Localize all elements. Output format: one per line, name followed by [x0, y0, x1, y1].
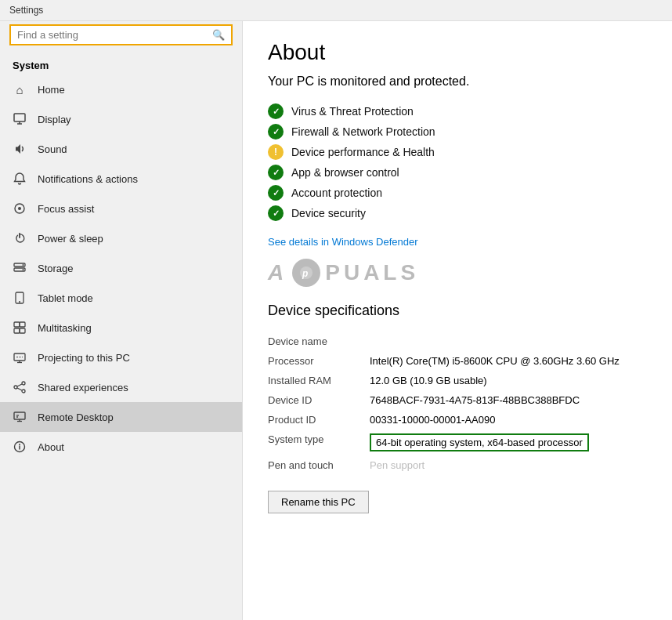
list-item: Account protection [268, 183, 647, 203]
list-item: Device performance & Health [268, 142, 647, 162]
spec-label: System type [268, 430, 370, 455]
watermark-text: PUALS [325, 260, 419, 285]
check-icon [268, 103, 284, 119]
sidebar-item-sound[interactable]: Sound [0, 134, 242, 164]
sidebar-item-label: About [38, 441, 64, 453]
search-box[interactable]: 🔍 [9, 24, 233, 45]
spec-label: Pen and touch [268, 455, 370, 475]
protection-list: Virus & Threat Protection Firewall & Net… [268, 101, 647, 223]
protection-status: Your PC is monitored and protected. [268, 74, 647, 89]
defender-link[interactable]: See details in Windows Defender [268, 236, 647, 248]
svg-rect-13 [14, 328, 20, 333]
display-icon [13, 112, 27, 126]
focus-icon [13, 201, 27, 216]
sidebar-item-label: Power & sleep [38, 233, 103, 245]
svg-line-23 [17, 388, 22, 390]
search-icon: 🔍 [212, 29, 225, 41]
table-row: Device name [268, 332, 647, 351]
watermark-area: A p PUALS [268, 259, 647, 287]
tablet-icon [13, 291, 27, 305]
search-input[interactable] [17, 29, 212, 41]
table-row: Device ID 7648BACF-7931-4A75-813F-48BBC3… [268, 390, 647, 410]
warning-icon [268, 144, 284, 160]
about-icon [13, 440, 27, 454]
protection-item-label: App & browser control [291, 166, 399, 179]
watermark-a: A [268, 260, 287, 285]
sidebar-item-tablet[interactable]: Tablet mode [0, 283, 242, 313]
svg-rect-0 [14, 114, 25, 121]
system-type-highlighted: 64-bit operating system, x64-based proce… [370, 433, 589, 451]
storage-icon [13, 261, 27, 275]
sidebar: 🔍 System ⌂ Home Display Sound [0, 21, 243, 620]
rename-button[interactable]: Rename this PC [268, 491, 369, 513]
sidebar-item-label: Projecting to this PC [38, 352, 130, 364]
check-icon [268, 124, 284, 140]
device-specs-title: Device specifications [268, 303, 647, 319]
spec-value [370, 332, 647, 351]
protection-item-label: Device security [291, 207, 366, 219]
spec-value: 00331-10000-00001-AA090 [370, 410, 647, 430]
multitasking-icon [13, 321, 27, 335]
table-row: Pen and touch Pen support [268, 455, 647, 475]
sidebar-item-label: Shared experiences [38, 382, 128, 393]
spec-value: 12.0 GB (10.9 GB usable) [370, 371, 647, 390]
power-icon [13, 231, 27, 245]
svg-point-7 [23, 264, 24, 266]
sidebar-item-label: Sound [38, 143, 67, 155]
table-row: Processor Intel(R) Core(TM) i5-8600K CPU… [268, 351, 647, 371]
app-title: Settings [9, 5, 43, 16]
sidebar-item-notifications[interactable]: Notifications & actions [0, 164, 242, 194]
svg-point-20 [14, 386, 17, 389]
svg-point-31 [19, 444, 20, 445]
protection-item-label: Device performance & Health [291, 146, 435, 158]
check-icon [268, 165, 284, 180]
remote-icon [13, 410, 27, 424]
sidebar-item-home[interactable]: ⌂ Home [0, 74, 242, 104]
sidebar-item-label: Tablet mode [38, 292, 93, 304]
svg-point-4 [18, 207, 21, 210]
svg-rect-12 [20, 322, 25, 327]
spec-label: Processor [268, 351, 370, 371]
shared-icon [13, 380, 27, 394]
check-icon [268, 185, 284, 201]
projecting-icon [13, 350, 27, 364]
svg-rect-14 [20, 328, 25, 333]
protection-item-label: Virus & Threat Protection [291, 105, 414, 118]
protection-item-label: Firewall & Network Protection [291, 125, 435, 138]
spec-value: Intel(R) Core(TM) i5-8600K CPU @ 3.60GHz… [370, 351, 647, 371]
sidebar-item-display[interactable]: Display [0, 104, 242, 134]
watermark-logo: p [292, 259, 320, 287]
sidebar-item-label: Remote Desktop [38, 412, 114, 423]
system-label: System [0, 55, 242, 74]
list-item: App & browser control [268, 162, 647, 183]
page-title: About [268, 40, 647, 65]
sidebar-item-storage[interactable]: Storage [0, 253, 242, 283]
list-item: Device security [268, 203, 647, 223]
sidebar-item-projecting[interactable]: Projecting to this PC [0, 343, 242, 372]
sound-icon [13, 142, 27, 156]
sidebar-item-label: Home [38, 84, 65, 96]
list-item: Virus & Threat Protection [268, 101, 647, 121]
svg-point-19 [22, 382, 25, 385]
svg-point-21 [22, 390, 25, 393]
list-item: Firewall & Network Protection [268, 121, 647, 142]
sidebar-item-remote[interactable]: Remote Desktop [0, 402, 242, 432]
sidebar-item-label: Notifications & actions [38, 173, 138, 185]
svg-point-10 [19, 301, 20, 303]
sidebar-item-power[interactable]: Power & sleep [0, 223, 242, 253]
spec-value: Pen support [370, 455, 647, 475]
sidebar-item-label: Multitasking [38, 322, 92, 334]
svg-point-8 [23, 269, 24, 270]
table-row: System type 64-bit operating system, x64… [268, 430, 647, 455]
sidebar-item-focus[interactable]: Focus assist [0, 194, 242, 223]
sidebar-item-label: Display [38, 114, 71, 125]
notifications-icon [13, 172, 27, 186]
sidebar-item-about[interactable]: About [0, 432, 242, 462]
sidebar-item-label: Focus assist [38, 203, 94, 215]
table-row: Product ID 00331-10000-00001-AA090 [268, 410, 647, 430]
sidebar-item-shared[interactable]: Shared experiences [0, 372, 242, 402]
sidebar-item-multitasking[interactable]: Multitasking [0, 313, 242, 343]
spec-label: Device name [268, 332, 370, 351]
svg-text:p: p [302, 268, 308, 279]
svg-line-22 [17, 384, 22, 386]
